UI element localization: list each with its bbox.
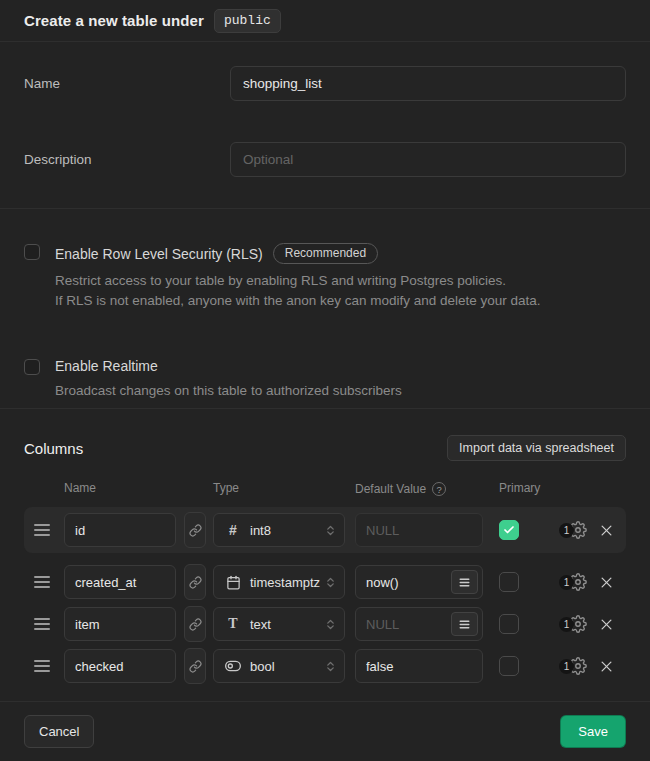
cancel-button[interactable]: Cancel [24,715,94,748]
rls-label: Enable Row Level Security (RLS) [55,246,263,262]
realtime-option: Enable Realtime Broadcast changes on thi… [24,358,626,401]
header-default: Default Value ? [355,481,499,497]
realtime-checkbox[interactable] [24,359,40,375]
header-type: Type [213,481,355,497]
header-primary: Primary [499,481,540,497]
realtime-description: Broadcast changes on this table to autho… [55,381,402,401]
chevron-up-down-icon [324,523,337,538]
import-spreadsheet-button[interactable]: Import data via spreadsheet [447,435,626,461]
foreign-key-link-icon[interactable] [184,606,206,642]
remove-column-button[interactable] [599,617,614,632]
column-row: # T text [24,603,626,645]
primary-checkbox[interactable] [499,614,519,634]
column-row: # T int8 [24,507,626,553]
default-picker-button[interactable] [451,612,478,636]
modal-header: Create a new table under public [0,0,650,42]
column-type-select[interactable]: # T text [213,607,345,641]
drag-handle-icon[interactable] [34,576,50,588]
primary-checkbox[interactable] [499,572,519,592]
drag-handle-icon[interactable] [34,618,50,630]
rls-description: Restrict access to your table by enablin… [55,271,541,311]
recommended-badge: Recommended [273,243,378,264]
table-details-section: Name Description [0,42,650,209]
primary-checkbox[interactable] [499,520,519,540]
default-value-input[interactable] [355,649,483,683]
column-type-icon: # T [224,658,242,674]
realtime-label: Enable Realtime [55,358,158,374]
column-row: # T bool [24,645,626,687]
remove-column-button[interactable] [599,575,614,590]
header-name: Name [64,481,213,497]
column-settings-button[interactable]: 1 [559,573,587,591]
chevron-up-down-icon [324,617,337,632]
column-settings-button[interactable]: 1 [559,615,587,633]
rls-checkbox[interactable] [24,244,40,260]
settings-count-badge: 1 [559,523,574,538]
column-type-select[interactable]: # T bool [213,649,345,683]
table-name-input[interactable] [230,66,626,101]
column-name-input[interactable] [64,649,176,683]
columns-title: Columns [24,440,83,457]
default-value-input[interactable] [355,513,483,547]
column-settings-button[interactable]: 1 [559,521,587,539]
remove-column-button[interactable] [599,659,614,674]
columns-section: Columns Import data via spreadsheet Name… [0,409,650,702]
modal-footer: Cancel Save [0,702,650,761]
foreign-key-link-icon[interactable] [184,564,206,600]
modal-title: Create a new table under [24,12,204,29]
create-table-modal: Create a new table under public Name Des… [0,0,650,761]
foreign-key-link-icon[interactable] [184,648,206,684]
column-rows: # T int8 [24,507,626,687]
remove-column-button[interactable] [599,523,614,538]
column-type-icon: # T [224,522,242,538]
columns-table-headers: Name Type Default Value ? Primary [24,481,626,497]
settings-count-badge: 1 [559,575,574,590]
default-picker-button[interactable] [451,570,478,594]
drag-handle-icon[interactable] [34,524,50,536]
column-type-icon: # T [224,616,242,632]
table-description-input[interactable] [230,142,626,177]
settings-count-badge: 1 [559,659,574,674]
chevron-up-down-icon [324,659,337,674]
column-type-select[interactable]: # T int8 [213,513,345,547]
column-settings-button[interactable]: 1 [559,657,587,675]
column-type-select[interactable]: # T timestamptz [213,565,345,599]
column-name-input[interactable] [64,565,176,599]
chevron-up-down-icon [324,575,337,590]
column-name-input[interactable] [64,513,176,547]
description-label: Description [24,142,230,177]
drag-handle-icon[interactable] [34,660,50,672]
name-label: Name [24,66,230,101]
schema-badge: public [214,9,281,33]
table-options-section: Enable Row Level Security (RLS) Recommen… [0,209,650,409]
help-icon[interactable]: ? [432,482,446,496]
column-type-icon: # T [224,575,242,590]
column-row: # T timestamptz [24,561,626,603]
rls-option: Enable Row Level Security (RLS) Recommen… [24,243,626,311]
foreign-key-link-icon[interactable] [184,512,206,548]
settings-count-badge: 1 [559,617,574,632]
save-button[interactable]: Save [560,715,626,748]
primary-checkbox[interactable] [499,656,519,676]
column-name-input[interactable] [64,607,176,641]
